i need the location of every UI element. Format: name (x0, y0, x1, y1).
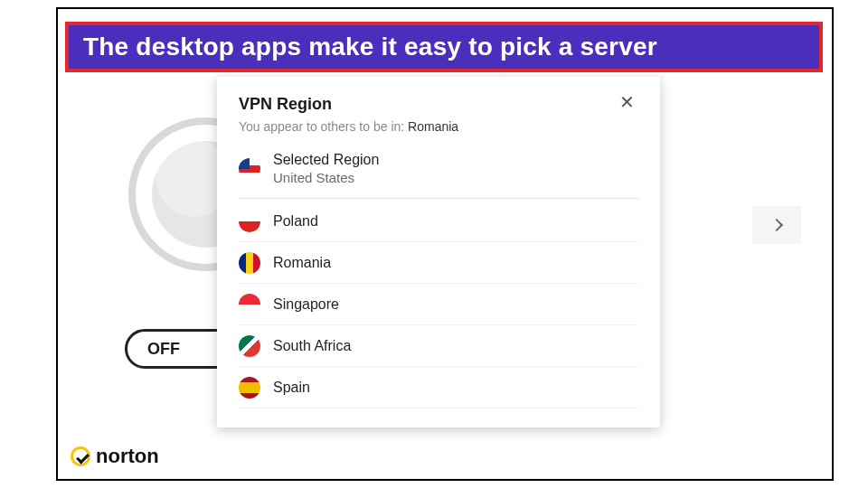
article-caption-banner: The desktop apps make it easy to pick a … (65, 22, 823, 72)
selected-region-text: Selected Region United States (273, 152, 379, 185)
region-item-label: South Africa (273, 338, 351, 354)
apparent-location-line: You appear to others to be in: Romania (239, 119, 638, 134)
dialog-header: VPN Region ✕ (239, 91, 638, 114)
article-caption-text: The desktop apps make it easy to pick a … (83, 33, 657, 61)
chevron-right-icon (770, 219, 783, 231)
selected-region-block[interactable]: Selected Region United States (239, 152, 638, 199)
vpn-region-dialog: VPN Region ✕ You appear to others to be … (217, 77, 660, 427)
close-icon: ✕ (619, 92, 635, 112)
region-item-label: Romania (273, 255, 331, 271)
app-window: OFF norton VPN Region ✕ You appear to ot… (56, 7, 834, 481)
region-item-label: Poland (273, 213, 318, 230)
region-item-singapore[interactable]: Singapore (239, 284, 638, 325)
selected-region-country: United States (273, 170, 379, 185)
flag-icon-za (239, 335, 260, 357)
flag-icon-sg (239, 294, 260, 315)
brand-name: norton (96, 445, 159, 468)
region-item-south-africa[interactable]: South Africa (239, 325, 638, 367)
apparent-location-value: Romania (408, 119, 458, 134)
check-circle-icon (71, 446, 90, 466)
flag-icon-es (239, 377, 260, 399)
region-item-label: Singapore (273, 296, 339, 313)
selected-region-heading: Selected Region (273, 152, 379, 168)
brand-logo: norton (71, 445, 159, 468)
region-item-romania[interactable]: Romania (239, 242, 638, 284)
flag-icon-ro (239, 252, 260, 274)
region-picker-open-button[interactable] (752, 206, 801, 244)
flag-icon-pl (239, 211, 260, 232)
region-item-label: Spain (273, 380, 310, 396)
region-item-poland[interactable]: Poland (239, 201, 638, 242)
close-button[interactable]: ✕ (616, 91, 638, 113)
region-list: Poland Romania Singapore South Africa Sp… (239, 201, 638, 418)
region-item-spain[interactable]: Spain (239, 367, 638, 408)
vpn-toggle-label: OFF (147, 340, 180, 359)
flag-icon-us (239, 158, 260, 180)
dialog-title: VPN Region (239, 91, 332, 114)
apparent-location-prefix: You appear to others to be in: (239, 119, 404, 134)
